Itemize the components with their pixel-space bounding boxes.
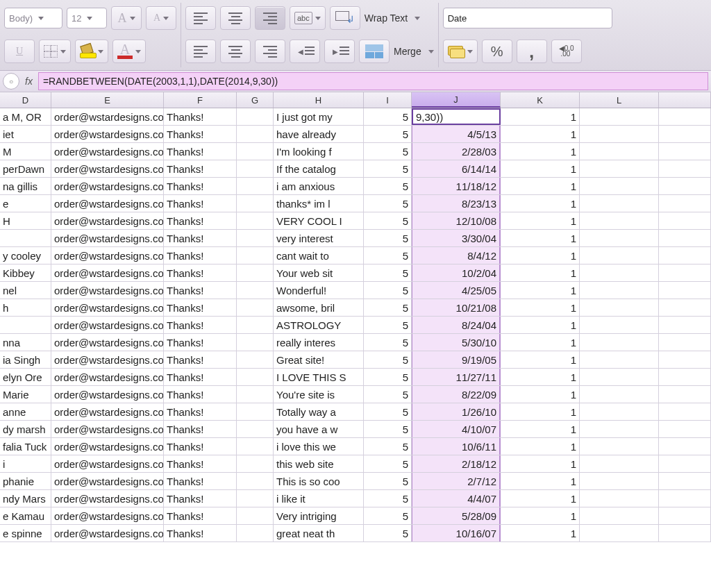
cell-j[interactable]: 9/19/05: [412, 351, 501, 368]
cell-l[interactable]: [580, 212, 659, 229]
merge-button[interactable]: [359, 40, 390, 63]
decrease-font-button[interactable]: A: [146, 6, 176, 30]
cell-g[interactable]: [237, 178, 274, 194]
cell-j[interactable]: 8/4/12: [412, 247, 501, 264]
cell-g[interactable]: [237, 369, 274, 385]
cell-k[interactable]: 1: [501, 490, 580, 507]
cell-g[interactable]: [237, 421, 274, 437]
orientation-button[interactable]: abc: [290, 6, 326, 30]
cell-blank[interactable]: [659, 160, 711, 177]
cell-g[interactable]: [237, 455, 274, 472]
cell-i[interactable]: 5: [364, 108, 412, 125]
cell-f[interactable]: Thanks!: [164, 351, 237, 368]
cell-h[interactable]: great neat th: [274, 525, 364, 541]
cell-h[interactable]: Your web sit: [274, 264, 364, 281]
cell-d[interactable]: iet: [0, 126, 51, 142]
cell-i[interactable]: 5: [364, 351, 412, 368]
cell-h[interactable]: I'm looking f: [274, 143, 364, 160]
cell-l[interactable]: [580, 160, 659, 177]
cell-k[interactable]: 1: [501, 386, 580, 403]
cell-d[interactable]: Marie: [0, 386, 51, 403]
cell-g[interactable]: [237, 264, 274, 281]
cell-k[interactable]: 1: [501, 403, 580, 420]
cell-blank[interactable]: [659, 247, 711, 264]
cell-h[interactable]: This is so coo: [274, 473, 364, 489]
cell-d[interactable]: M: [0, 143, 51, 160]
cell-f[interactable]: Thanks!: [164, 473, 237, 489]
cell-k[interactable]: 1: [501, 247, 580, 264]
column-header-f[interactable]: F: [164, 92, 237, 108]
cell-l[interactable]: [580, 490, 659, 507]
cell-l[interactable]: [580, 403, 659, 420]
cell-e[interactable]: order@wstardesigns.com: [51, 178, 164, 194]
cell-d[interactable]: e spinne: [0, 525, 51, 541]
cell-l[interactable]: [580, 230, 659, 246]
cell-l[interactable]: [580, 473, 659, 489]
column-header-j[interactable]: J: [412, 92, 501, 108]
font-size-combo[interactable]: 12: [67, 8, 107, 28]
cell-d[interactable]: ndy Mars: [0, 490, 51, 507]
cell-g[interactable]: [237, 212, 274, 229]
cell-g[interactable]: [237, 160, 274, 177]
cell-blank[interactable]: [659, 126, 711, 142]
cell-blank[interactable]: [659, 178, 711, 194]
align-middle-button[interactable]: [220, 6, 251, 30]
cell-h[interactable]: Very intriging: [274, 507, 364, 524]
cell-f[interactable]: Thanks!: [164, 108, 237, 125]
cell-blank[interactable]: [659, 351, 711, 368]
cell-f[interactable]: Thanks!: [164, 438, 237, 455]
cell-k[interactable]: 1: [501, 351, 580, 368]
cell-d[interactable]: anne: [0, 403, 51, 420]
column-header-d[interactable]: D: [0, 92, 51, 108]
cell-e[interactable]: order@wstardesigns.com: [51, 455, 164, 472]
cell-d[interactable]: falia Tuck: [0, 438, 51, 455]
cell-j[interactable]: 8/23/13: [412, 195, 501, 212]
cell-blank[interactable]: [659, 473, 711, 489]
cell-g[interactable]: [237, 351, 274, 368]
cell-i[interactable]: 5: [364, 264, 412, 281]
align-right-button[interactable]: [255, 40, 285, 63]
cell-f[interactable]: Thanks!: [164, 403, 237, 420]
column-header-h[interactable]: H: [274, 92, 364, 108]
cell-e[interactable]: order@wstardesigns.com: [51, 143, 164, 160]
cell-blank[interactable]: [659, 507, 711, 524]
cell-k[interactable]: 1: [501, 230, 580, 246]
cell-j[interactable]: 8/24/04: [412, 317, 501, 333]
cell-j[interactable]: 9,30)): [412, 108, 501, 125]
cell-d[interactable]: h: [0, 299, 51, 316]
increase-font-button[interactable]: A: [111, 6, 142, 30]
cell-i[interactable]: 5: [364, 507, 412, 524]
cell-i[interactable]: 5: [364, 490, 412, 507]
cell-l[interactable]: [580, 455, 659, 472]
cell-e[interactable]: order@wstardesigns.com: [51, 507, 164, 524]
comma-button[interactable]: ,: [517, 40, 547, 63]
cell-k[interactable]: 1: [501, 455, 580, 472]
cell-d[interactable]: perDawn: [0, 160, 51, 177]
cell-blank[interactable]: [659, 230, 711, 246]
cell-l[interactable]: [580, 264, 659, 281]
wrap-text-button[interactable]: ↲: [330, 6, 360, 30]
formula-input[interactable]: [38, 72, 708, 90]
cell-blank[interactable]: [659, 195, 711, 212]
cell-i[interactable]: 5: [364, 126, 412, 142]
cell-e[interactable]: order@wstardesigns.com: [51, 525, 164, 541]
cell-f[interactable]: Thanks!: [164, 178, 237, 194]
cell-h[interactable]: i like it: [274, 490, 364, 507]
cell-f[interactable]: Thanks!: [164, 455, 237, 472]
cell-l[interactable]: [580, 247, 659, 264]
cell-blank[interactable]: [659, 455, 711, 472]
cell-blank[interactable]: [659, 264, 711, 281]
cell-h[interactable]: cant wait to: [274, 247, 364, 264]
cell-j[interactable]: 4/10/07: [412, 421, 501, 437]
cell-h[interactable]: ASTROLOGY: [274, 317, 364, 333]
cell-g[interactable]: [237, 317, 274, 333]
cell-k[interactable]: 1: [501, 282, 580, 299]
cell-h[interactable]: have already: [274, 126, 364, 142]
cell-d[interactable]: ia Singh: [0, 351, 51, 368]
cell-h[interactable]: very interest: [274, 230, 364, 246]
cell-j[interactable]: 5/28/09: [412, 507, 501, 524]
cell-e[interactable]: order@wstardesigns.com: [51, 438, 164, 455]
cell-i[interactable]: 5: [364, 369, 412, 385]
cell-h[interactable]: VERY COOL I: [274, 212, 364, 229]
cell-f[interactable]: Thanks!: [164, 490, 237, 507]
